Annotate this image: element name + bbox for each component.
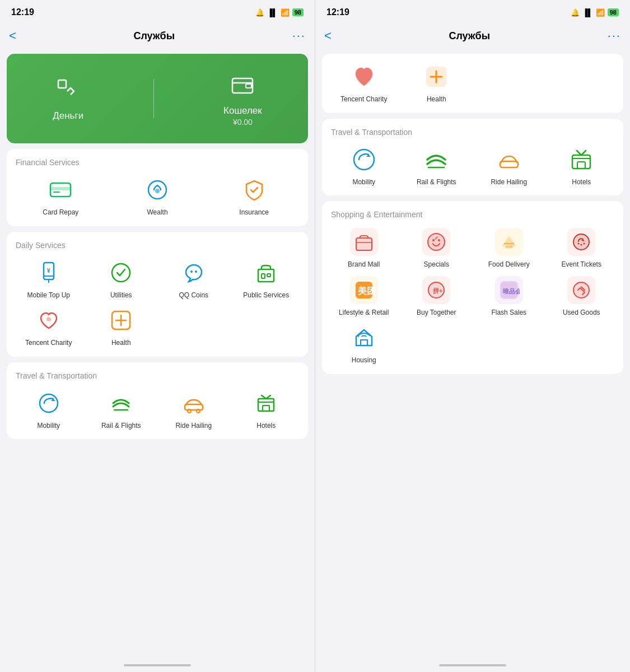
rail-flights-item-left[interactable]: Rail & Flights [88,389,155,431]
svg-rect-37 [356,238,372,250]
travel-grid-left: Mobility Rail & Flights [16,389,299,431]
right-panel-content: Tencent Charity Health Travel & Transpo [315,49,630,661]
specials-item[interactable]: Specials [404,228,470,269]
event-tickets-item[interactable]: Event Tickets [549,228,615,269]
hotels-item-right[interactable]: Hotels [549,146,615,187]
flash-sales-label: Flash Sales [491,309,526,318]
more-button-right[interactable]: ··· [608,29,621,43]
mobility-label-right: Mobility [352,178,375,187]
insurance-label: Insurance [239,208,269,217]
tencent-charity-item-right[interactable]: Tencent Charity [331,63,397,104]
signal-icon-right: ▐▌ [582,8,592,17]
insurance-item[interactable]: Insurance [209,176,299,217]
home-indicator-left [0,661,315,672]
shopping-title-right: Shopping & Entertainment [331,210,614,219]
top-section-right: Tencent Charity Health [322,54,623,113]
housing-item[interactable]: Housing [331,324,397,365]
wealth-icon [143,176,171,204]
wallet-icon [228,71,257,100]
food-delivery-icon [495,228,523,256]
brand-mall-item[interactable]: Brand Mall [331,228,397,269]
hotels-item-left[interactable]: Hotels [234,389,300,431]
food-delivery-item[interactable]: Food Delivery [476,228,542,269]
back-button-left[interactable]: < [9,29,16,43]
brand-mall-icon [350,228,378,256]
left-phone-panel: 12:19 🔔 ▐▌ 📶 98 < Службы ··· Деньги [0,0,315,672]
svg-rect-28 [263,405,269,411]
svg-point-42 [432,239,435,241]
svg-point-48 [584,243,585,245]
utilities-label: Utilities [110,291,132,300]
svg-point-12 [112,264,130,282]
mobility-icon-right [350,146,378,174]
back-button-right[interactable]: < [324,29,332,43]
svg-text:唯品会: 唯品会 [503,288,520,295]
time-left: 12:19 [11,7,34,17]
svg-point-25 [188,409,191,413]
specials-icon [422,228,450,256]
public-services-item[interactable]: Public Services [234,259,300,300]
food-delivery-label: Food Delivery [488,260,530,269]
left-panel-content: Деньги Кошелек ¥0.00 Financial Services [0,49,315,661]
svg-point-46 [578,243,580,245]
card-repay-icon [46,176,74,204]
brand-mall-label: Brand Mall [348,260,380,269]
ride-hailing-item-right[interactable]: Ride Hailing [476,146,542,187]
tencent-charity-icon-right [350,63,378,91]
wallet-balance: ¥0.00 [233,118,253,127]
financial-grid: Card Repay Wealth [16,176,299,217]
more-button-left[interactable]: ··· [292,29,306,43]
used-goods-item[interactable]: Used Goods [549,276,615,318]
tencent-charity-item-left[interactable]: Tencent Charity [16,306,82,348]
svg-point-26 [197,409,200,413]
right-phone-panel: 12:19 🔔 ▐▌ 📶 98 < Службы ··· [315,0,630,672]
svg-rect-36 [577,162,585,169]
qq-coins-item[interactable]: QQ Coins [161,259,227,300]
wealth-label: Wealth [147,208,167,217]
ride-hailing-item-left[interactable]: Ride Hailing [161,389,227,431]
mobile-topup-label: Mobile Top Up [27,291,71,300]
wallet-item[interactable]: Кошелек ¥0.00 [223,71,262,127]
money-item[interactable]: Деньги [53,76,83,122]
bell-icon: 🔔 [255,8,264,17]
mobile-topup-item[interactable]: ¥ Mobile Top Up [16,259,82,300]
health-item-right[interactable]: Health [404,63,470,104]
signal-icon: ▐▌ [267,8,277,17]
rail-flights-icon-right [422,146,450,174]
health-item-left[interactable]: Health [88,306,155,348]
svg-point-13 [190,270,193,273]
shopping-grid-right: Brand Mall Specials [331,228,614,365]
lifestyle-item[interactable]: 美团 Lifestyle & Retail [331,276,397,318]
financial-title: Financial Services [16,158,299,167]
wealth-item[interactable]: Wealth [113,176,203,217]
green-hero-card: Деньги Кошелек ¥0.00 [7,54,308,143]
svg-rect-16 [262,274,265,278]
svg-rect-1 [232,78,253,93]
status-icons-left: 🔔 ▐▌ 📶 98 [255,8,304,17]
rail-flights-label-right: Rail & Flights [417,178,456,187]
page-title-right: Службы [449,30,490,42]
svg-text:¥: ¥ [47,268,50,274]
svg-point-47 [581,244,582,246]
travel-section-left: Travel & Transportation Mobility [7,362,308,440]
health-icon-left [107,306,135,334]
utilities-item[interactable]: Utilities [88,259,155,300]
buy-together-item[interactable]: 拼+ Buy Together [404,276,470,318]
wifi-icon-right: 📶 [596,8,605,17]
svg-point-18 [46,317,51,321]
card-repay-item[interactable]: Card Repay [16,176,106,217]
travel-section-right: Travel & Transportation Mobility [322,119,623,196]
daily-title: Daily Services [16,241,299,250]
card-repay-label: Card Repay [43,208,78,217]
svg-text:拼+: 拼+ [432,287,442,294]
svg-rect-34 [500,161,518,167]
travel-title-right: Travel & Transportation [331,128,614,137]
qq-coins-icon [180,259,208,287]
money-icon [54,76,83,105]
mobility-icon-left [35,389,63,417]
rail-flights-item-right[interactable]: Rail & Flights [404,146,470,187]
mobility-item-left[interactable]: Mobility [16,389,82,431]
flash-sales-item[interactable]: 唯品会 Flash Sales [476,276,542,318]
nav-bar-left: < Службы ··· [0,22,315,49]
mobility-item-right[interactable]: Mobility [331,146,397,187]
